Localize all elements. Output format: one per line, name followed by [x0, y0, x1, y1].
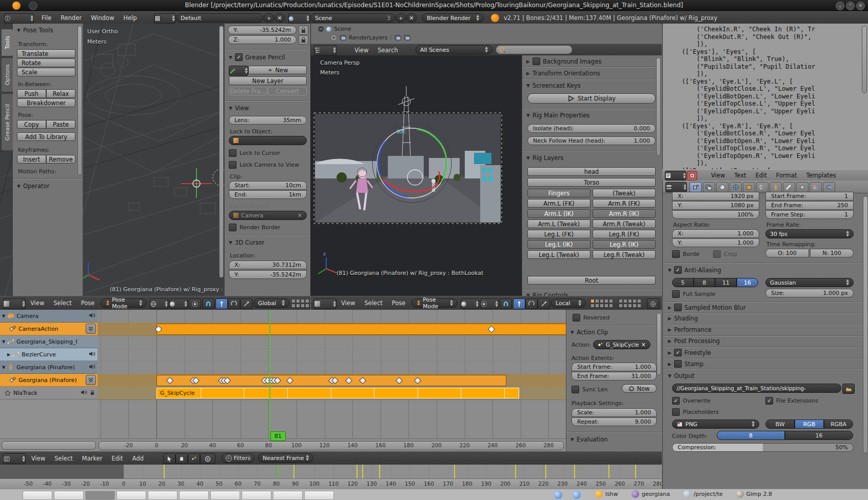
aa-sample-button-5[interactable]: 5 [672, 278, 694, 287]
rig-layer-button[interactable]: Leg.L (Tweak) [527, 250, 590, 259]
manipulator-scale-icon[interactable] [240, 298, 252, 309]
evaluation-panel-header[interactable]: ▼Evaluation [570, 436, 608, 443]
section-checkbox[interactable] [674, 304, 682, 311]
renderlayer-icon[interactable] [394, 35, 401, 41]
menu-select[interactable]: Select [49, 297, 76, 309]
keyframe-marker-line[interactable] [545, 465, 546, 478]
transform-orientation-selector[interactable]: Global▲▼ [253, 298, 289, 308]
playhead-line[interactable] [269, 310, 270, 438]
insert-keyframe-button[interactable]: Insert [17, 155, 46, 164]
nla-strip[interactable]: G_SkipCycle [156, 388, 519, 398]
resolution-y-field[interactable]: Y:1080 px [672, 201, 759, 210]
ghost-frames-icon[interactable] [175, 453, 188, 464]
taskbar-item-lshw[interactable]: lshw [595, 490, 618, 498]
screen-layout-selector[interactable]: Default [176, 13, 263, 23]
relax-button[interactable]: Relax [46, 89, 75, 98]
proportional-edit-icon[interactable] [647, 298, 659, 309]
pivot-icon[interactable] [189, 298, 201, 309]
section-header-post-processing[interactable]: ▶Post Processing [668, 337, 720, 345]
keyframe-marker-line[interactable] [357, 465, 358, 478]
tab-bone-icon[interactable] [783, 182, 795, 192]
add-layout-button[interactable]: ＋ [264, 13, 274, 23]
resolve-conflict-icon[interactable] [687, 171, 697, 181]
add-to-library-button[interactable]: Add To Library [17, 132, 75, 141]
tab-physics-icon[interactable] [823, 182, 835, 192]
auto-keyframe-icon[interactable] [200, 453, 215, 464]
grease-pencil-panel-header[interactable]: ▼✓Grease Pencil [229, 53, 285, 61]
copy-pose-button[interactable]: Copy [17, 120, 46, 129]
expand-toggle[interactable]: ▶ [7, 352, 10, 357]
section-header-sampled-motion-blur[interactable]: ▶Sampled Motion Blur [668, 304, 746, 311]
layers-grid-2[interactable] [619, 299, 641, 308]
mute-toggle[interactable] [89, 312, 96, 320]
blue-app-icon[interactable] [554, 491, 562, 499]
rig-layer-button[interactable]: (Tweak) [593, 189, 656, 197]
mute-toggle[interactable] [89, 351, 96, 358]
render-engine-selector[interactable]: Blender Render▲▼ [422, 13, 484, 23]
rig-layer-button[interactable]: Leg.R (FK) [593, 230, 656, 238]
editor-type-text-button[interactable]: ▲▼ [665, 171, 686, 181]
tab-world-icon[interactable] [729, 182, 742, 192]
scale-y-field[interactable]: Y:-35.5242m [228, 26, 297, 34]
rig-layer-button[interactable]: Arm.L (IK) [527, 209, 590, 218]
lock-icon[interactable] [299, 26, 308, 35]
sync-now-button[interactable]: Now [622, 384, 657, 393]
lock-to-cursor-row[interactable]: Lock to Cursor [229, 149, 280, 157]
delete-layout-button[interactable]: ✕ [274, 13, 285, 23]
cursor-panel-header[interactable]: ▼3D Cursor [229, 239, 265, 246]
rig-panel-scrollbar[interactable] [656, 57, 661, 156]
tab-scene-icon[interactable] [716, 182, 728, 192]
text-editor[interactable]: ('CheekIn.R', "Cheek In (R)", Tr ('Cheek… [662, 24, 868, 169]
tab-object-icon[interactable] [743, 182, 755, 192]
menu-edit[interactable]: Edit [751, 170, 772, 181]
channel-nlatrack[interactable]: NlaTrack [0, 387, 97, 399]
rig-layer-head-button[interactable]: head [527, 167, 656, 176]
menu-view[interactable]: View [337, 297, 360, 309]
expand-toggle[interactable]: ▼ [2, 314, 5, 318]
tab-texture-icon[interactable] [810, 182, 822, 192]
tab-grease-pencil[interactable]: Grease Pencil [1, 93, 13, 151]
output-panel-header[interactable]: ▼Output [668, 372, 695, 379]
rig-layer-button[interactable]: Fingers [527, 189, 590, 197]
outliner-filter-selector[interactable]: All Scenes▲▼ [416, 45, 492, 54]
taskbar-window-button[interactable] [116, 491, 146, 500]
expand-strip-toggle[interactable] [86, 324, 96, 334]
border-row[interactable]: Borde [672, 250, 699, 258]
minimize-button[interactable]: ⌄ [836, 2, 844, 10]
clip-start-frame-field[interactable]: Start Frame:1.000 [571, 363, 657, 371]
crop-row[interactable]: Crop [713, 250, 737, 258]
section-header-shading[interactable]: ▶Shading [668, 315, 698, 322]
section-header-stamp[interactable]: ▶Stamp [668, 360, 703, 368]
reversed-row[interactable]: Reversed [573, 314, 609, 322]
section-header-freestyle[interactable]: ▶✓Freestyle [668, 349, 711, 356]
menu-templates[interactable]: Templates [801, 170, 840, 181]
remap-old-field[interactable]: O: 100 [765, 249, 809, 257]
placeholders-row[interactable]: Placeholders [672, 408, 719, 416]
view-panel-header[interactable]: ▼View [229, 105, 249, 112]
delete-scene-button[interactable]: ✕ [406, 13, 417, 23]
translate-button[interactable]: Translate [17, 49, 75, 58]
gp-delete-frame-button[interactable]: Delete Fra... [229, 87, 267, 95]
rig-layer-button[interactable]: Leg.R (IK) [593, 240, 656, 249]
rig-layer-button[interactable]: Leg.R (Tweak) [593, 250, 656, 259]
background-images-checkbox[interactable] [532, 57, 540, 65]
resolution-percentage-slider[interactable]: 100% [672, 210, 759, 219]
gp-new-layer-button[interactable]: New Layer [229, 76, 307, 85]
keying-set-icon[interactable] [188, 453, 200, 464]
frame-step-field[interactable]: Frame Step:1 [765, 210, 854, 219]
clip-start-field[interactable]: Start:10cm [229, 181, 307, 190]
channel-georgiana-skipping-path[interactable]: ▼Georgiana_Skipping_Path [0, 335, 97, 348]
action-field[interactable]: G_SkipCycle✕ [593, 340, 650, 349]
expand-strip-toggle[interactable] [86, 375, 96, 385]
screencast-keys-panel-header[interactable]: ▼Screencast Keys [526, 82, 581, 89]
taskbar-window-button[interactable] [148, 491, 177, 500]
scale-z-field[interactable]: Z:1.000 [228, 35, 297, 44]
channel-georgiana-pinafore-w-rig-p[interactable]: ▼Georgiana (Pinafore) w/ Rig_p [0, 361, 97, 374]
taskbar-window-button[interactable] [23, 491, 52, 500]
expand-toggle[interactable]: ▼ [2, 365, 5, 370]
editor-type-3dview-button[interactable]: ▲▼ [3, 298, 26, 309]
blue-app-icon[interactable] [573, 491, 581, 499]
timeline-band[interactable] [0, 465, 662, 478]
menu-edit[interactable]: Edit [107, 452, 128, 465]
keyframe-marker-line[interactable] [379, 465, 380, 478]
